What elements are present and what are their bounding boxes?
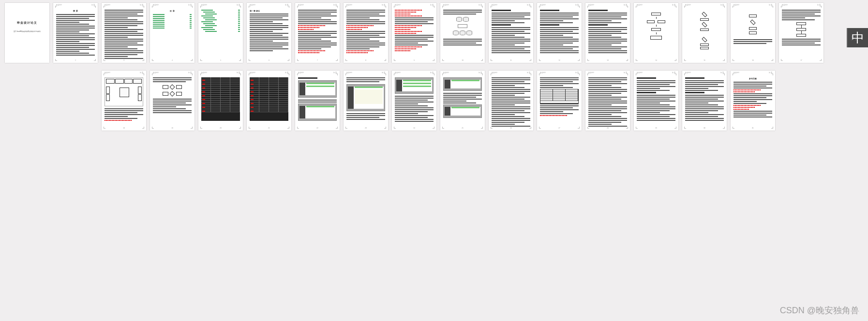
page-thumb-27[interactable]: 毕业设计第 页27 [537,71,582,131]
page-thumb-12[interactable]: 毕业设计第 页12 [537,3,582,63]
page-thumb-19[interactable]: 毕业设计第 页19 [150,71,195,131]
page-thumb-31[interactable]: 毕业设计第 页参考文献31 [731,71,775,131]
page-thumb-28[interactable]: 毕业设计第 页28 [585,71,630,131]
page-thumb-17[interactable]: 毕业设计第 页17 [779,3,823,63]
page-thumb-9[interactable]: 毕业设计第 页9 [392,3,436,63]
page-thumb-20[interactable]: 毕业设计第 页20 [198,71,243,131]
watermark-text: CSDN @晚安独角兽 [780,305,859,316]
page-thumb-10[interactable]: 毕业设计第 页10 [440,3,485,63]
page-thumb-23[interactable]: 毕业设计第 页23 [344,71,388,131]
drag-handle-icon: ⋮⋮ [850,35,857,41]
page-thumb-30[interactable]: 毕业设计第 页30 [682,71,727,131]
page-thumb-13[interactable]: 毕业设计第 页13 [585,3,630,63]
page-thumb-2[interactable]: 毕业设计第 页摘 要2 [53,3,98,63]
page-thumb-25[interactable]: 毕业设计第 页25 [440,71,485,131]
page-thumb-29[interactable]: 毕业设计第 页29 [634,71,678,131]
page-thumb-14[interactable]: 毕业设计第 页14 [634,3,678,63]
ime-indicator[interactable]: ⋮⋮ 中 [847,28,868,47]
thumbnail-grid: 毕业设计论文基于JavaEE的在线教育系统的设计与实现毕业设计第 页摘 要2毕业… [0,0,868,133]
page-thumb-26[interactable]: 毕业设计第 页26 [489,71,533,131]
page-thumb-21[interactable]: 毕业设计第 页21 [247,71,291,131]
page-thumb-1[interactable]: 毕业设计论文基于JavaEE的在线教育系统的设计与实现 [5,3,49,63]
page-thumb-7[interactable]: 毕业设计第 页7 [295,3,340,63]
page-thumb-6[interactable]: 毕业设计第 页第一章 绪论6 [247,3,291,63]
page-thumb-24[interactable]: 毕业设计第 页24 [392,71,436,131]
page-thumb-22[interactable]: 毕业设计第 页22 [295,71,340,131]
page-thumb-11[interactable]: 毕业设计第 页11 [489,3,533,63]
page-thumb-16[interactable]: 毕业设计第 页16 [731,3,775,63]
page-thumb-5[interactable]: 毕业设计第 页5 [198,3,243,63]
page-thumb-8[interactable]: 毕业设计第 页8 [344,3,388,63]
page-thumb-15[interactable]: 毕业设计第 页15 [682,3,727,63]
page-thumb-4[interactable]: 毕业设计第 页目 录4 [150,3,195,63]
page-thumb-3[interactable]: 毕业设计第 页3 [102,3,146,63]
page-thumb-18[interactable]: 毕业设计第 页18 [102,71,146,131]
